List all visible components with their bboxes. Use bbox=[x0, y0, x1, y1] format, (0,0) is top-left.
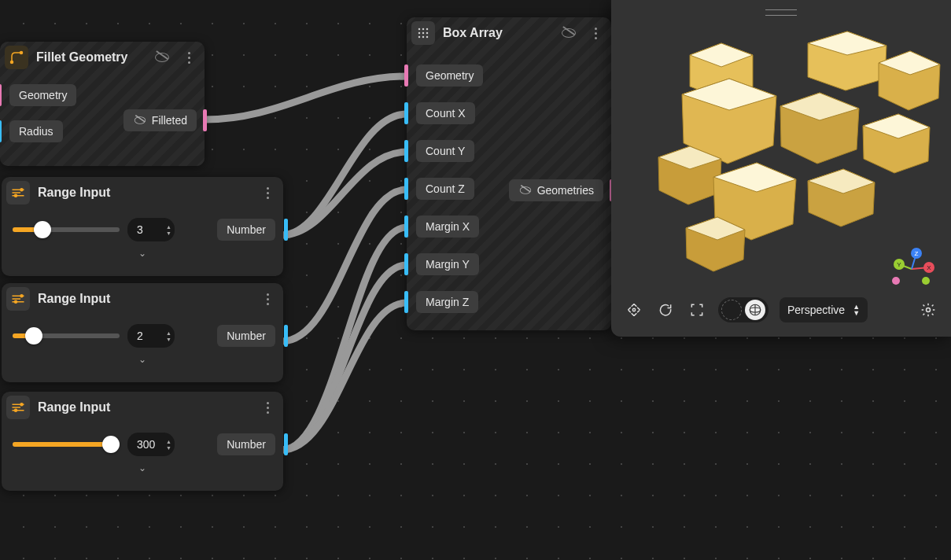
node-canvas[interactable]: Fillet Geometry Geometry Radius Filleted… bbox=[0, 0, 951, 560]
axis-z-label: Z bbox=[915, 250, 919, 257]
solid-icon bbox=[745, 300, 765, 320]
port-out-number: Number bbox=[217, 325, 275, 347]
value-text: 300 bbox=[137, 438, 155, 451]
port-label: Geometries bbox=[537, 184, 594, 197]
expand-button[interactable]: ⌄ bbox=[2, 459, 283, 480]
port-in-marginz[interactable] bbox=[404, 291, 408, 313]
frame-button[interactable] bbox=[687, 300, 707, 320]
expand-button[interactable]: ⌄ bbox=[2, 351, 283, 371]
chevron-down-icon: ⌄ bbox=[138, 462, 146, 473]
node-title: Fillet Geometry bbox=[36, 50, 145, 64]
camera-mode-select[interactable]: Perspective ▲▼ bbox=[780, 297, 868, 322]
port-in-radius[interactable] bbox=[0, 120, 2, 142]
node-box-array[interactable]: Box Array Geometry Count X Count Y Count… bbox=[407, 17, 611, 330]
viewport-panel[interactable]: X Y Z Perspective ▲▼ bbox=[611, 0, 951, 337]
eye-off-icon bbox=[155, 53, 169, 62]
step-up-icon[interactable]: ▲ bbox=[166, 439, 171, 444]
step-down-icon[interactable]: ▼ bbox=[166, 230, 171, 236]
port-out-number: Number bbox=[217, 219, 275, 241]
slider-thumb[interactable] bbox=[102, 436, 120, 453]
stepper[interactable]: ▲▼ bbox=[166, 224, 171, 236]
fillet-icon bbox=[5, 46, 28, 69]
slider-thumb[interactable] bbox=[25, 327, 42, 344]
node-title: Range Input bbox=[38, 186, 250, 200]
port-out-handle[interactable] bbox=[203, 109, 207, 131]
node-menu-button[interactable] bbox=[258, 398, 277, 417]
svg-point-9 bbox=[422, 36, 425, 39]
port-in-geometry[interactable] bbox=[404, 64, 408, 87]
svg-point-1 bbox=[20, 52, 23, 54]
svg-point-13 bbox=[20, 295, 23, 297]
eye-off-icon bbox=[519, 186, 530, 194]
port-in-geometry[interactable] bbox=[0, 84, 2, 106]
port-in-marginx[interactable] bbox=[404, 216, 408, 238]
node-range-input-3[interactable]: Range Input 300 ▲▼ Number ⌄ bbox=[2, 392, 283, 491]
range-slider[interactable] bbox=[13, 442, 120, 447]
port-out-handle[interactable] bbox=[284, 325, 288, 347]
orbit-button[interactable] bbox=[624, 300, 644, 320]
value-input[interactable]: 2 ▲▼ bbox=[127, 324, 175, 348]
node-menu-button[interactable] bbox=[586, 24, 605, 42]
visibility-toggle[interactable] bbox=[153, 48, 171, 67]
visibility-toggle[interactable] bbox=[559, 24, 578, 42]
svg-point-4 bbox=[426, 28, 429, 31]
port-in-marginy[interactable] bbox=[404, 253, 408, 275]
port-out-geometries: Geometries bbox=[509, 179, 603, 201]
svg-point-14 bbox=[15, 300, 17, 303]
shading-toggle[interactable] bbox=[718, 297, 769, 322]
node-menu-button[interactable] bbox=[258, 289, 277, 308]
camera-mode-label: Perspective bbox=[787, 304, 845, 316]
expand-button[interactable]: ⌄ bbox=[2, 245, 283, 265]
port-label: Margin X bbox=[416, 216, 479, 238]
select-arrows-icon: ▲▼ bbox=[853, 304, 860, 316]
port-label: Geometry bbox=[416, 64, 483, 87]
svg-point-8 bbox=[418, 36, 421, 39]
node-title: Range Input bbox=[38, 400, 250, 414]
svg-point-3 bbox=[422, 28, 425, 31]
node-menu-button[interactable] bbox=[179, 48, 198, 67]
port-out-filleted: Filleted bbox=[123, 109, 197, 131]
node-title: Range Input bbox=[38, 292, 250, 306]
range-icon bbox=[6, 287, 30, 311]
value-text: 2 bbox=[137, 330, 143, 342]
node-fillet-geometry[interactable]: Fillet Geometry Geometry Radius Filleted bbox=[0, 42, 205, 166]
step-down-icon[interactable]: ▼ bbox=[166, 445, 171, 451]
node-range-input-1[interactable]: Range Input 3 ▲▼ Number ⌄ bbox=[2, 177, 283, 276]
port-label: Count Z bbox=[416, 178, 474, 200]
svg-point-11 bbox=[20, 189, 23, 191]
port-label: Margin Y bbox=[416, 253, 479, 275]
dots-icon bbox=[267, 293, 269, 305]
stepper[interactable]: ▲▼ bbox=[166, 439, 171, 451]
step-up-icon[interactable]: ▲ bbox=[166, 224, 171, 230]
svg-point-44 bbox=[922, 277, 930, 285]
chevron-down-icon: ⌄ bbox=[138, 354, 146, 365]
range-slider[interactable] bbox=[13, 333, 120, 338]
node-range-input-2[interactable]: Range Input 2 ▲▼ Number ⌄ bbox=[2, 283, 283, 382]
settings-button[interactable] bbox=[918, 300, 938, 320]
range-icon bbox=[6, 181, 30, 204]
step-up-icon[interactable]: ▲ bbox=[166, 330, 171, 336]
value-input[interactable]: 300 ▲▼ bbox=[127, 433, 175, 456]
reset-view-button[interactable] bbox=[655, 300, 676, 320]
port-out-handle[interactable] bbox=[284, 219, 288, 241]
svg-point-16 bbox=[15, 409, 17, 411]
port-label: Margin Z bbox=[416, 291, 478, 313]
axis-gizmo[interactable]: X Y Z bbox=[888, 245, 935, 293]
value-text: 3 bbox=[137, 223, 143, 236]
value-input[interactable]: 3 ▲▼ bbox=[127, 218, 175, 241]
step-down-icon[interactable]: ▼ bbox=[166, 337, 171, 342]
slider-thumb[interactable] bbox=[34, 221, 51, 238]
axis-x-label: X bbox=[927, 264, 931, 271]
range-slider[interactable] bbox=[13, 227, 120, 232]
port-out-handle[interactable] bbox=[284, 433, 288, 455]
svg-point-12 bbox=[15, 194, 17, 197]
port-in-countz[interactable] bbox=[404, 178, 408, 200]
port-label: Number bbox=[227, 223, 266, 236]
stepper[interactable]: ▲▼ bbox=[166, 330, 171, 342]
svg-point-15 bbox=[20, 403, 23, 406]
node-menu-button[interactable] bbox=[258, 183, 277, 202]
port-in-county[interactable] bbox=[404, 140, 408, 162]
port-in-countx[interactable] bbox=[404, 102, 408, 124]
viewport-toolbar: Perspective ▲▼ bbox=[611, 297, 951, 322]
port-label: Count Y bbox=[416, 140, 474, 162]
